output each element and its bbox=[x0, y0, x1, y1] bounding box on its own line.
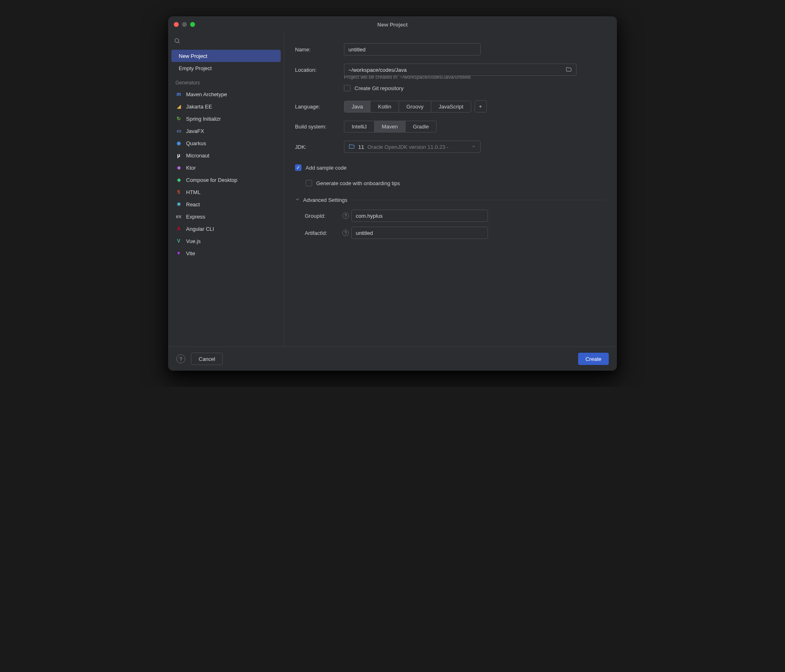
jdk-label: JDK: bbox=[295, 144, 344, 150]
svg-point-0 bbox=[175, 39, 179, 42]
artifactid-help-icon[interactable]: ? bbox=[342, 230, 349, 236]
sample-code-label: Add sample code bbox=[306, 165, 346, 171]
sidebar-generator-angular-cli[interactable]: AAngular CLI bbox=[171, 223, 281, 235]
sidebar-generator-html[interactable]: 5HTML bbox=[171, 186, 281, 198]
language-option-groovy[interactable]: Groovy bbox=[399, 101, 431, 112]
generator-icon: A bbox=[175, 225, 182, 232]
add-language-button[interactable]: ＋ bbox=[475, 100, 487, 113]
chevron-down-icon bbox=[295, 197, 300, 203]
generator-icon: ▼ bbox=[175, 250, 182, 256]
search-icon[interactable] bbox=[174, 38, 180, 45]
jdk-folder-icon bbox=[348, 143, 355, 151]
sidebar-generator-jakarta-ee[interactable]: ◢Jakarta EE bbox=[171, 100, 281, 113]
generator-icon: ◈ bbox=[175, 177, 182, 183]
sidebar-item-label: Maven Archetype bbox=[186, 91, 227, 97]
git-checkbox-label: Create Git repository bbox=[355, 85, 404, 91]
window-title: New Project bbox=[377, 22, 408, 28]
artifactid-label: ArtifactId: bbox=[305, 230, 340, 236]
sidebar-generator-maven-archetype[interactable]: mMaven Archetype bbox=[171, 88, 281, 100]
generator-icon: ↻ bbox=[175, 115, 182, 122]
groupid-label: GroupId: bbox=[305, 213, 340, 219]
form-panel: Name: Location: Project will be created … bbox=[284, 33, 617, 347]
sidebar-generator-vue-js[interactable]: VVue.js bbox=[171, 235, 281, 247]
cancel-button[interactable]: Cancel bbox=[191, 353, 223, 365]
sidebar-generator-express[interactable]: exExpress bbox=[171, 210, 281, 223]
location-input[interactable] bbox=[348, 67, 565, 73]
sidebar-generator-javafx[interactable]: ▭JavaFX bbox=[171, 125, 281, 137]
name-input[interactable] bbox=[344, 43, 481, 55]
generator-icon: ▭ bbox=[175, 128, 182, 134]
generator-icon: ◉ bbox=[175, 140, 182, 146]
language-option-javascript[interactable]: JavaScript bbox=[431, 101, 471, 112]
sidebar-generator-vite[interactable]: ▼Vite bbox=[171, 247, 281, 259]
sidebar-item-label: HTML bbox=[186, 189, 200, 195]
language-option-kotlin[interactable]: Kotlin bbox=[370, 101, 399, 112]
new-project-dialog: New Project New Project Empty Project Ge… bbox=[168, 16, 617, 371]
language-option-java[interactable]: Java bbox=[344, 101, 370, 112]
artifactid-input[interactable] bbox=[351, 227, 488, 239]
language-segmented: JavaKotlinGroovyJavaScript bbox=[344, 101, 471, 113]
sidebar-generator-micronaut[interactable]: μMicronaut bbox=[171, 149, 281, 161]
sidebar-item-label: Quarkus bbox=[186, 140, 206, 146]
sidebar-item-new-project[interactable]: New Project bbox=[171, 50, 281, 62]
chevron-down-icon bbox=[471, 144, 476, 150]
zoom-window-button[interactable] bbox=[190, 22, 195, 27]
sidebar-generator-quarkus[interactable]: ◉Quarkus bbox=[171, 137, 281, 149]
titlebar: New Project bbox=[168, 16, 617, 33]
generator-icon: ex bbox=[175, 213, 182, 220]
generator-icon: ◢ bbox=[175, 103, 182, 110]
svg-line-1 bbox=[178, 42, 180, 43]
build-option-intellij[interactable]: IntelliJ bbox=[344, 121, 375, 132]
window-controls bbox=[174, 22, 195, 27]
generator-icon: ◆ bbox=[175, 164, 182, 171]
advanced-settings-toggle[interactable]: Advanced Settings bbox=[295, 197, 606, 203]
advanced-settings-label: Advanced Settings bbox=[303, 197, 347, 203]
divider bbox=[350, 200, 606, 200]
minimize-window-button[interactable] bbox=[182, 22, 187, 27]
create-button[interactable]: Create bbox=[578, 353, 609, 365]
sidebar-item-label: React bbox=[186, 201, 200, 208]
sidebar-item-label: Compose for Desktop bbox=[186, 177, 237, 183]
sidebar-item-label: Ktor bbox=[186, 165, 196, 171]
build-system-label: Build system: bbox=[295, 124, 344, 130]
language-label: Language: bbox=[295, 104, 344, 110]
sidebar-generator-ktor[interactable]: ◆Ktor bbox=[171, 161, 281, 174]
generator-icon: ⚛ bbox=[175, 201, 182, 208]
git-checkbox[interactable] bbox=[344, 85, 350, 91]
sidebar-generator-spring-initializr[interactable]: ↻Spring Initializr bbox=[171, 113, 281, 125]
close-window-button[interactable] bbox=[174, 22, 179, 27]
build-option-gradle[interactable]: Gradle bbox=[406, 121, 436, 132]
generator-icon: m bbox=[175, 91, 182, 97]
jdk-dropdown[interactable]: 11 Oracle OpenJDK version 11.0.23 - bbox=[344, 141, 481, 153]
groupid-input[interactable] bbox=[351, 210, 488, 222]
sidebar-item-label: Empty Project bbox=[179, 65, 212, 71]
build-option-maven[interactable]: Maven bbox=[375, 121, 406, 132]
generator-icon: μ bbox=[175, 152, 182, 159]
sample-code-checkbox[interactable]: ✓ bbox=[295, 164, 302, 171]
sidebar-item-label: Express bbox=[186, 214, 205, 220]
jdk-description: Oracle OpenJDK version 11.0.23 - bbox=[367, 144, 468, 150]
sidebar-generator-react[interactable]: ⚛React bbox=[171, 198, 281, 210]
sidebar-generator-compose-for-desktop[interactable]: ◈Compose for Desktop bbox=[171, 174, 281, 186]
generator-icon: V bbox=[175, 238, 182, 244]
browse-folder-icon[interactable] bbox=[565, 66, 572, 74]
onboarding-tips-label: Generate code with onboarding tips bbox=[316, 180, 400, 186]
location-input-wrapper bbox=[344, 64, 577, 76]
sidebar-item-label: Jakarta EE bbox=[186, 104, 212, 110]
name-label: Name: bbox=[295, 46, 344, 53]
location-label: Location: bbox=[295, 67, 344, 73]
sidebar-item-label: Angular CLI bbox=[186, 226, 214, 232]
sidebar: New Project Empty Project Generators mMa… bbox=[168, 33, 284, 347]
onboarding-tips-checkbox[interactable] bbox=[306, 180, 312, 186]
jdk-version: 11 bbox=[358, 144, 364, 150]
sidebar-item-label: New Project bbox=[179, 53, 207, 59]
dialog-footer: ? Cancel Create bbox=[168, 347, 617, 371]
sidebar-item-label: Micronaut bbox=[186, 153, 209, 159]
sidebar-item-label: JavaFX bbox=[186, 128, 204, 134]
sidebar-item-empty-project[interactable]: Empty Project bbox=[171, 62, 281, 74]
groupid-help-icon[interactable]: ? bbox=[342, 212, 349, 219]
sidebar-item-label: Vite bbox=[186, 250, 195, 256]
build-system-segmented: IntelliJMavenGradle bbox=[344, 121, 437, 133]
generator-icon: 5 bbox=[175, 189, 182, 195]
help-icon[interactable]: ? bbox=[176, 354, 185, 363]
